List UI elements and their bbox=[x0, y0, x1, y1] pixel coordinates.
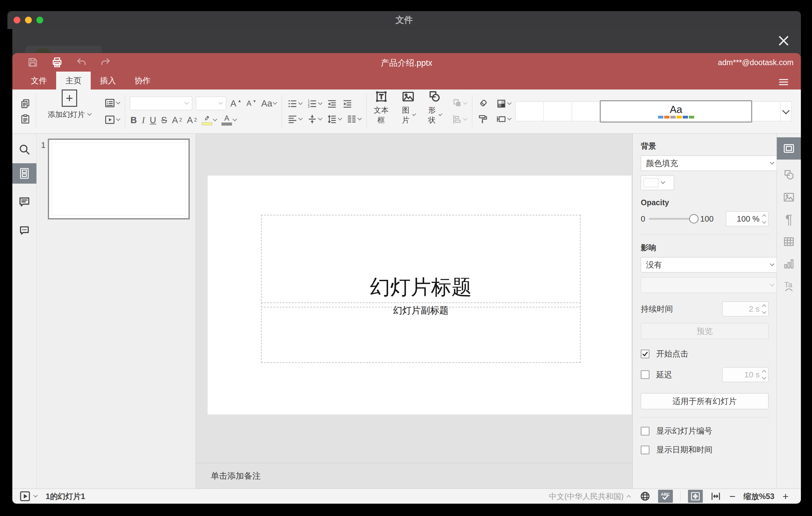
increase-font-button[interactable]: A▲ bbox=[230, 98, 242, 109]
slide-settings-icon[interactable] bbox=[777, 137, 801, 160]
start-slideshow-button[interactable] bbox=[104, 114, 120, 126]
notes-area[interactable]: 单击添加备注 bbox=[196, 463, 633, 489]
slide-size-button[interactable] bbox=[495, 113, 512, 125]
subscript-button[interactable]: A2 bbox=[186, 115, 198, 125]
slide-canvas[interactable]: 幻灯片标题 幻灯片副标题 bbox=[208, 176, 632, 414]
chart-settings-icon[interactable] bbox=[777, 253, 801, 275]
table-settings-icon[interactable] bbox=[777, 231, 801, 253]
opacity-label: Opacity bbox=[641, 198, 768, 207]
highlight-color-button[interactable] bbox=[201, 114, 217, 126]
delay-spinner[interactable]: 10 s bbox=[722, 367, 768, 382]
align-shape-button[interactable] bbox=[451, 114, 467, 125]
columns-button[interactable] bbox=[346, 113, 362, 125]
maximize-window-button[interactable] bbox=[36, 17, 43, 24]
font-name-select[interactable] bbox=[130, 96, 192, 110]
start-on-click-checkbox[interactable] bbox=[641, 350, 649, 358]
close-window-button[interactable] bbox=[13, 17, 20, 24]
slide-layout-button[interactable] bbox=[104, 97, 120, 109]
fit-to-slide-icon[interactable] bbox=[688, 490, 703, 503]
image-settings-icon[interactable] bbox=[777, 186, 801, 208]
copy-icon[interactable] bbox=[20, 98, 31, 110]
arrange-shape-button[interactable] bbox=[451, 97, 467, 109]
zoom-out-button[interactable]: − bbox=[729, 491, 736, 501]
italic-button[interactable]: I bbox=[141, 115, 146, 125]
show-slide-number-checkbox[interactable] bbox=[641, 427, 649, 435]
apply-to-all-slides-button[interactable]: 适用于所有幻灯片 bbox=[641, 393, 768, 409]
slide-title-placeholder[interactable]: 幻灯片标题 bbox=[261, 215, 581, 307]
decrease-indent-button[interactable] bbox=[326, 98, 338, 110]
tab-collaboration[interactable]: 协作 bbox=[125, 71, 160, 89]
theme-tile-3[interactable] bbox=[572, 102, 600, 121]
paragraph-settings-icon[interactable]: ¶ bbox=[777, 208, 801, 231]
increase-indent-button[interactable] bbox=[342, 98, 353, 110]
document-language-icon[interactable] bbox=[640, 491, 651, 502]
add-slide-icon[interactable]: + bbox=[62, 89, 77, 107]
duration-spinner[interactable]: 2 s bbox=[722, 302, 768, 316]
undo-icon[interactable] bbox=[76, 57, 87, 68]
bullet-list-button[interactable] bbox=[287, 98, 303, 110]
effect-type-select[interactable] bbox=[641, 278, 777, 293]
spellcheck-icon[interactable]: ABC bbox=[658, 490, 673, 503]
text-art-settings-icon[interactable]: Ta bbox=[777, 275, 801, 297]
opacity-slider[interactable] bbox=[649, 218, 694, 220]
theme-tile-1[interactable] bbox=[515, 102, 544, 121]
theme-gallery-expand-button[interactable] bbox=[780, 102, 792, 121]
comments-icon[interactable] bbox=[12, 192, 36, 212]
eraser-icon[interactable] bbox=[477, 98, 489, 110]
search-icon[interactable] bbox=[12, 139, 36, 160]
insert-image-button[interactable]: 图片 bbox=[399, 89, 417, 133]
close-icon[interactable] bbox=[777, 34, 790, 48]
paste-icon[interactable] bbox=[20, 113, 31, 125]
tab-insert[interactable]: 插入 bbox=[91, 71, 125, 89]
background-color-picker[interactable] bbox=[641, 175, 674, 190]
tab-home[interactable]: 主页 bbox=[56, 71, 91, 89]
theme-tile-2[interactable] bbox=[543, 102, 572, 121]
superscript-button[interactable]: A2 bbox=[172, 115, 183, 125]
effect-select[interactable]: 没有 bbox=[641, 257, 777, 273]
delay-checkbox[interactable] bbox=[641, 370, 649, 379]
save-icon[interactable] bbox=[27, 57, 38, 68]
slide-thumbnails-panel: 1 bbox=[37, 134, 196, 489]
theme-colors-button[interactable] bbox=[495, 98, 512, 110]
slide-thumbnail[interactable] bbox=[48, 139, 190, 220]
shape-settings-icon[interactable] bbox=[777, 164, 801, 186]
add-slide-button[interactable]: 添加幻灯片 bbox=[46, 109, 93, 120]
fit-to-width-icon[interactable] bbox=[710, 491, 721, 502]
zoom-in-button[interactable]: + bbox=[782, 491, 789, 501]
chat-icon[interactable] bbox=[12, 220, 36, 240]
theme-tile-5[interactable] bbox=[752, 102, 780, 121]
opacity-slider-handle[interactable] bbox=[689, 214, 698, 224]
opacity-spinner[interactable]: 100 % bbox=[726, 211, 768, 226]
font-size-select[interactable] bbox=[196, 96, 226, 110]
print-icon[interactable] bbox=[51, 56, 63, 68]
format-painter-icon[interactable] bbox=[477, 113, 489, 125]
insert-shape-button[interactable]: 形状 bbox=[425, 89, 443, 133]
vertical-align-button[interactable] bbox=[306, 113, 322, 125]
home-toolbar: + 添加幻灯片 bbox=[12, 89, 801, 134]
strikeout-button[interactable]: S bbox=[161, 115, 168, 125]
insert-textbox-button[interactable]: 文本框 bbox=[372, 89, 391, 133]
background-fill-select[interactable]: 颜色填充 bbox=[641, 155, 777, 171]
slide-subtitle-placeholder[interactable]: 幻灯片副标题 bbox=[261, 303, 581, 363]
show-date-time-checkbox[interactable] bbox=[641, 446, 649, 454]
redo-icon[interactable] bbox=[100, 57, 111, 68]
language-selector[interactable]: 中文(中华人民共和国) bbox=[547, 491, 633, 502]
line-spacing-button[interactable] bbox=[326, 113, 342, 125]
bold-button[interactable]: B bbox=[130, 115, 138, 125]
tab-file[interactable]: 文件 bbox=[22, 71, 56, 89]
start-slideshow-status-button[interactable] bbox=[19, 490, 37, 502]
theme-tile-selected[interactable]: Aa bbox=[600, 100, 752, 122]
slides-panel-icon[interactable] bbox=[12, 163, 36, 183]
editor-header: 产品介绍.pptx adm***@dootask.com 文件 主页 插入 协作 bbox=[12, 53, 801, 89]
change-case-button[interactable]: Aa bbox=[261, 98, 277, 109]
decrease-font-button[interactable]: A▼ bbox=[246, 99, 257, 108]
hamburger-menu-icon[interactable] bbox=[776, 74, 792, 91]
horizontal-align-button[interactable] bbox=[287, 113, 303, 125]
preview-button[interactable]: 预览 bbox=[641, 323, 768, 339]
minimize-window-button[interactable] bbox=[25, 17, 32, 24]
font-color-button[interactable]: A bbox=[221, 114, 237, 126]
underline-button[interactable]: U bbox=[149, 115, 157, 125]
svg-text:ABC: ABC bbox=[661, 492, 670, 496]
numbered-list-button[interactable]: 123 bbox=[306, 98, 322, 110]
svg-text:3: 3 bbox=[308, 105, 310, 108]
